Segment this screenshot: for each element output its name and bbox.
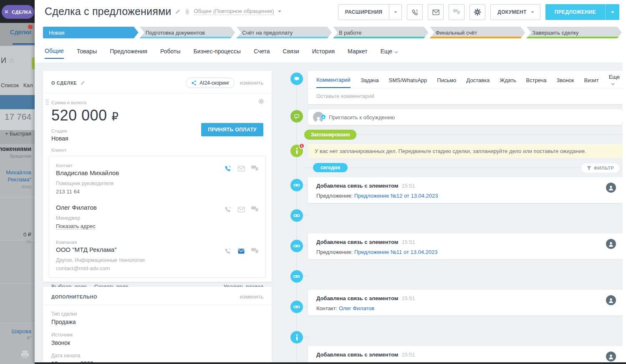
tab-links[interactable]: Связи: [283, 48, 299, 58]
stage-close-deal[interactable]: Завершить сделку: [526, 27, 622, 38]
feed-tab-delivery[interactable]: Доставка: [466, 77, 490, 88]
avatar: [606, 295, 616, 305]
envelope-icon[interactable]: [237, 248, 245, 254]
source-field: Источник Звонок: [43, 325, 272, 346]
chat-button[interactable]: [449, 4, 464, 20]
bg-kanban-card: [0, 241, 35, 284]
chevron-down-icon: [278, 10, 281, 13]
tab-bizproc[interactable]: Бизнес-процессы: [193, 48, 240, 58]
envelope-icon: [432, 9, 439, 15]
field-settings-gear-icon[interactable]: [258, 98, 264, 104]
client-box: Контакт Владислав Михайлов: [49, 156, 266, 278]
about-deal-card: О СДЕЛКЕ AI24-скоринг изменить Сумма и в…: [43, 71, 272, 282]
extensions-dropdown[interactable]: [389, 5, 401, 20]
section-title: О СДЕЛКЕ: [51, 80, 77, 85]
edit-title-icon[interactable]: [175, 9, 181, 15]
deal-amount[interactable]: 520 000 ₽: [51, 107, 263, 124]
no-activities-icon: 1: [290, 145, 303, 157]
email-button[interactable]: [428, 4, 444, 20]
timeline-filter-button[interactable]: ФИЛЬТР: [581, 163, 619, 173]
chat-icon[interactable]: [251, 248, 259, 254]
comment-input[interactable]: Оставьте комментарий: [308, 88, 623, 104]
deal-type-value[interactable]: Продажа: [51, 319, 263, 325]
feed-tab-sms[interactable]: SMS/WhatsApp: [389, 77, 427, 88]
link-event-icon: [290, 209, 303, 222]
settings-button[interactable]: [470, 4, 485, 20]
edit-section-icon[interactable]: [80, 80, 85, 85]
contact-phone: 213 11 64: [56, 188, 259, 195]
feed-tab-comment[interactable]: Комментарий: [316, 77, 351, 88]
bg-card-amount-fragment: 0 ₽: [23, 231, 31, 238]
feed-tab-more[interactable]: Еще: [609, 74, 620, 90]
contact-position: Менеджер: [56, 215, 259, 221]
stage-in-progress[interactable]: В работе: [333, 27, 429, 38]
chat-icon[interactable]: [251, 206, 259, 213]
invite-to-discussion[interactable]: + Пригласить к обсуждению: [308, 109, 623, 125]
edit-link[interactable]: изменить: [240, 294, 263, 300]
activity-composer: Комментарий Задача SMS/WhatsApp Письмо Д…: [308, 71, 623, 104]
stage-docs[interactable]: Подготовка документов: [140, 27, 235, 38]
tab-quotes[interactable]: Предложения: [110, 48, 147, 58]
proposal-button[interactable]: ПРЕДЛОЖЕНИЕ: [545, 4, 619, 20]
link-event-icon: [290, 240, 303, 252]
close-icon: ✕: [4, 9, 9, 15]
entry-link[interactable]: Предложение №12 от 13.04.2023: [354, 193, 438, 199]
slider-close-button[interactable]: ✕ СДЕЛКА: [2, 5, 34, 19]
bg-kanban-card: [0, 284, 35, 323]
bg-counter-bar: [0, 95, 35, 109]
tab-invoices[interactable]: Счета: [254, 48, 270, 58]
source-value[interactable]: Звонок: [51, 339, 263, 346]
today-badge[interactable]: сегодня: [313, 163, 348, 172]
entry-link[interactable]: Олег Филатов: [339, 305, 374, 311]
feed-tab-call[interactable]: Звонок: [557, 77, 574, 88]
speech-bubble-icon: [293, 76, 300, 82]
chain-link-icon: [293, 273, 300, 280]
attach-icon[interactable]: [184, 8, 190, 15]
tab-general[interactable]: Общие: [45, 48, 64, 59]
planned-badge[interactable]: Запланировано: [304, 130, 357, 140]
stage-prepay-invoice[interactable]: Счёт на предоплату: [236, 27, 332, 38]
envelope-icon[interactable]: [237, 206, 245, 213]
tab-products[interactable]: Товары: [77, 48, 97, 58]
avatar: [606, 239, 616, 249]
discussion-section-icon: [290, 110, 303, 123]
proposal-dropdown[interactable]: [605, 4, 619, 20]
section-title: ДОПОЛНИТЕЛЬНО: [51, 294, 97, 299]
invite-label: Пригласить к обсуждению: [329, 114, 395, 120]
deal-slider-panel: Сделка с предложениями Общее (Повторное …: [35, 0, 626, 364]
bg-card-category-fragment: бращение: [10, 153, 31, 158]
feed-tab-wait[interactable]: Ждать: [500, 77, 516, 88]
tab-history[interactable]: История: [312, 48, 335, 58]
extensions-button[interactable]: РАСШИРЕНИЯ: [338, 4, 402, 20]
deal-category-selector[interactable]: Общее (Повторное обращение): [194, 8, 274, 15]
client-field-label: Клиент: [43, 142, 272, 153]
stage-final-invoice[interactable]: Финальный счёт: [430, 27, 525, 38]
no-planned-activities-notice: У вас нет запланированных дел. Передвинь…: [308, 144, 623, 158]
bg-card-company-link: Реклама": [8, 176, 31, 183]
feed-tab-meeting[interactable]: Встреча: [526, 77, 546, 88]
show-address-link[interactable]: Показать адрес: [56, 223, 96, 230]
scrollbar-track[interactable]: [623, 0, 626, 362]
contact-position: Помощник руководителя: [56, 181, 259, 186]
call-button[interactable]: [407, 4, 423, 20]
drag-handle-icon[interactable]: [45, 99, 49, 105]
edit-link[interactable]: изменить: [240, 80, 263, 86]
phone-icon[interactable]: [224, 247, 232, 255]
tab-robots[interactable]: Роботы: [160, 48, 180, 58]
dimmed-background-page: Сделки И ☆ Список Кал 17 764 + Быстрая д…: [0, 0, 35, 364]
company-row: Компания ООО "МТД Реклама": [56, 240, 259, 271]
entry-link[interactable]: Предложение №11 от 13.04.2023: [354, 249, 438, 255]
amount-field: Сумма и валюта 520 000 ₽ ПРИНЯТЬ ОПЛАТУ: [43, 93, 272, 124]
feed-tab-mail[interactable]: Письмо: [437, 77, 456, 88]
document-button[interactable]: ДОКУМЕНТ: [490, 4, 540, 20]
tab-market[interactable]: Маркет: [348, 48, 367, 58]
feed-tab-task[interactable]: Задача: [361, 77, 379, 88]
tab-more[interactable]: Еще: [380, 48, 397, 58]
ai-scoring-button[interactable]: AI24-скоринг: [186, 78, 235, 88]
avatar: [606, 351, 616, 361]
stage-new[interactable]: Новая: [43, 27, 139, 38]
chevron-down-icon: [611, 81, 614, 85]
feed-tab-visit[interactable]: Визит: [584, 77, 599, 88]
company-email: contact@mtd-adv.com: [56, 265, 259, 271]
phone-icon[interactable]: [224, 206, 232, 213]
